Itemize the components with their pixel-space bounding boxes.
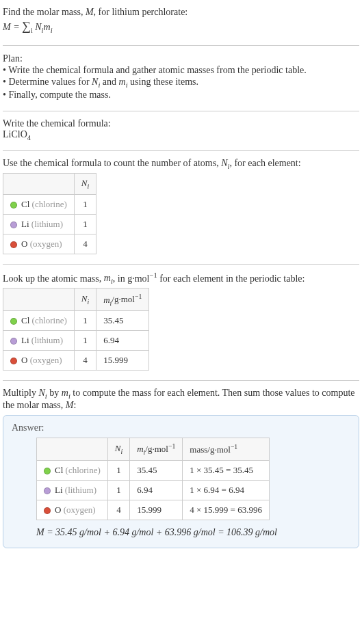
count-atoms-section: Use the chemical formula to count the nu… (3, 155, 359, 259)
element-dot-icon (10, 202, 17, 209)
divider (3, 150, 359, 151)
multiply-section: Multiply Ni by mi to compute the mass fo… (3, 385, 359, 554)
table-row: O (oxygen) 4 (3, 234, 96, 254)
count-post: , for each element: (229, 158, 300, 168)
element-dot-icon (44, 468, 51, 474)
sigma-index: i (31, 27, 33, 34)
m-cell: 15.999 (96, 351, 149, 371)
n-cell: 1 (74, 194, 96, 214)
mass-cell: 4 × 15.999 = 63.996 (183, 500, 270, 520)
plan-item-2: • Determine values for Ni and mi using t… (3, 77, 359, 89)
eq-rhs: Nimi (35, 22, 52, 32)
atomic-mass-intro: Look up the atomic mass, mi, in g·mol−1 … (3, 271, 359, 285)
element-name: (lithium) (31, 335, 63, 345)
table-row: O (oxygen) 4 15.999 (3, 351, 149, 371)
n-cell: 1 (74, 214, 96, 234)
answer-title: Answer: (12, 422, 350, 433)
element-symbol: O (55, 505, 61, 515)
element-cell: Cl (chlorine) (3, 194, 75, 214)
element-name: (oxygen) (30, 355, 62, 365)
n-cell: 1 (74, 331, 96, 351)
element-dot-icon (10, 318, 17, 325)
table-row: Cl (chlorine) 1 35.45 1 × 35.45 = 35.45 (37, 460, 270, 480)
table-header-row: Ni mi/g·mol−1 (3, 289, 149, 311)
element-symbol: O (21, 239, 27, 249)
table-row: Cl (chlorine) 1 (3, 194, 96, 214)
am-pre: Look up the atomic mass, (3, 273, 104, 283)
element-symbol: Li (21, 335, 29, 345)
m-cell: 35.45 (96, 311, 149, 331)
element-name: (chlorine) (32, 315, 67, 325)
m-cell: 15.999 (130, 500, 183, 520)
element-name: (oxygen) (64, 505, 96, 515)
atomic-mass-table: Ni mi/g·mol−1 Cl (chlorine) 1 35.45 Li (… (3, 288, 149, 371)
element-symbol: Cl (21, 199, 29, 209)
intro-text-pre: Find the molar mass, (3, 7, 86, 17)
element-dot-icon (44, 507, 51, 514)
count-pre: Use the chemical formula to count the nu… (3, 158, 221, 168)
answer-box: Answer: Ni mi/g·mol−1 mass/g·mol−1 Cl (c… (3, 415, 359, 548)
n-cell: 1 (107, 480, 129, 500)
chem-formula-main: LiClO (3, 129, 27, 139)
chem-formula-intro: Write the chemical formula: (3, 118, 359, 129)
table-header-row: Ni mi/g·mol−1 mass/g·mol−1 (37, 438, 270, 460)
mass-cell: 1 × 6.94 = 6.94 (183, 480, 270, 500)
n-cell: 4 (74, 234, 96, 254)
n-header: Ni (74, 174, 96, 195)
element-cell: O (oxygen) (3, 234, 75, 254)
element-dot-icon (10, 222, 17, 228)
plan-item-1: • Write the chemical formula and gather … (3, 65, 359, 76)
element-symbol: O (21, 355, 27, 365)
element-symbol: Li (21, 219, 29, 229)
element-dot-icon (10, 358, 17, 364)
table-row: Li (lithium) 1 6.94 1 × 6.94 = 6.94 (37, 480, 270, 500)
intro-text-post: , for lithium perchlorate: (94, 7, 188, 17)
n-header: Ni (107, 438, 129, 460)
element-dot-icon (44, 487, 51, 494)
element-header (37, 438, 108, 460)
element-cell: Cl (chlorine) (3, 311, 75, 331)
intro-line: Find the molar mass, M, for lithium perc… (3, 7, 359, 18)
chem-formula-section: Write the chemical formula: LiClO4 (3, 116, 359, 147)
count-atoms-table: Ni Cl (chlorine) 1 Li (lithium) 1 O (oxy… (3, 173, 96, 254)
chem-formula: LiClO4 (3, 129, 359, 142)
m-header: mi/g·mol−1 (96, 289, 149, 311)
n-cell: 4 (74, 351, 96, 371)
answer-table: Ni mi/g·mol−1 mass/g·mol−1 Cl (chlorine)… (36, 438, 270, 520)
sigma-icon: ∑ (22, 19, 31, 33)
m-cell: 6.94 (96, 331, 149, 351)
element-name: (chlorine) (32, 199, 67, 209)
plan-title: Plan: (3, 53, 359, 64)
mass-header: mass/g·mol−1 (183, 438, 270, 460)
divider (3, 45, 359, 46)
element-cell: Li (lithium) (3, 331, 75, 351)
am-post: for each element in the periodic table: (157, 273, 305, 283)
element-cell: O (oxygen) (37, 500, 108, 520)
element-name: (lithium) (65, 485, 96, 495)
mass-cell: 1 × 35.45 = 35.45 (183, 460, 270, 480)
n-cell: 1 (74, 311, 96, 331)
am-mid: , in g·mol (113, 273, 150, 283)
element-cell: Li (lithium) (3, 214, 75, 234)
multiply-text: Multiply Ni by mi to compute the mass fo… (3, 388, 359, 411)
element-dot-icon (10, 241, 17, 248)
molar-mass-equation: M = ∑i Nimi (3, 19, 359, 34)
element-cell: O (oxygen) (3, 351, 75, 371)
table-row: Cl (chlorine) 1 35.45 (3, 311, 149, 331)
m-cell: 35.45 (130, 460, 183, 480)
eq-lhs: M = (3, 22, 22, 32)
chem-formula-sub: 4 (27, 133, 31, 141)
n-cell: 4 (107, 500, 129, 520)
element-symbol: Cl (55, 465, 63, 475)
element-symbol: Li (55, 485, 63, 495)
element-dot-icon (10, 338, 17, 345)
table-header-row: Ni (3, 174, 96, 195)
element-cell: Cl (chlorine) (37, 460, 108, 480)
m-header: mi/g·mol−1 (130, 438, 183, 460)
intro-section: Find the molar mass, M, for lithium perc… (3, 3, 359, 41)
answer-content: Ni mi/g·mol−1 mass/g·mol−1 Cl (chlorine)… (12, 438, 350, 538)
m-cell: 6.94 (130, 480, 183, 500)
table-row: Li (lithium) 1 6.94 (3, 331, 149, 351)
intro-M: M (86, 7, 94, 17)
atomic-mass-section: Look up the atomic mass, mi, in g·mol−1 … (3, 269, 359, 376)
